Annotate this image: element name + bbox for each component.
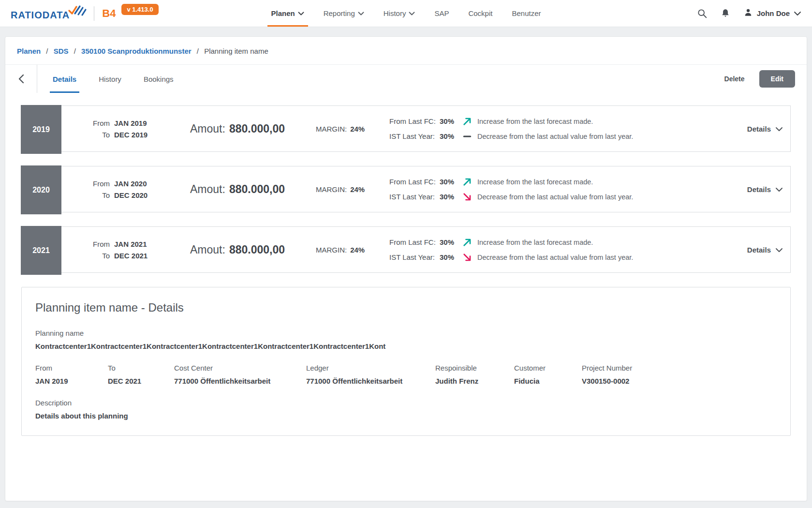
- header-divider: [94, 6, 94, 21]
- main-nav: Planen Reporting History SAP Cockpit Ben…: [271, 0, 541, 27]
- nav-item-cockpit[interactable]: Cockpit: [468, 0, 492, 27]
- amount: Amout:880.000,00: [190, 106, 300, 151]
- card-details-toggle[interactable]: Details: [747, 227, 783, 272]
- trend-up-icon: [462, 238, 472, 247]
- amount-value: 880.000,00: [229, 243, 285, 256]
- field-customer: Customer Fiducia: [514, 364, 582, 385]
- trend-up-icon: [462, 117, 472, 126]
- panel-title: Planning item name - Details: [35, 301, 777, 314]
- amount-value: 880.000,00: [229, 183, 285, 196]
- trend-up-icon: [462, 177, 472, 187]
- nav-item-sap[interactable]: SAP: [434, 0, 449, 27]
- breadcrumb: Planen / SDS / 350100 Scanproduktionmuns…: [5, 37, 807, 65]
- to-label: To: [87, 191, 110, 199]
- from-label: From: [87, 179, 110, 188]
- to-label: To: [87, 252, 110, 260]
- tabs: Details History Bookings: [53, 65, 174, 93]
- year-card-2020: 2020 FromJAN 2020 ToDEC 2020 Amout:880.0…: [21, 166, 791, 212]
- tab-bar: Details History Bookings Delete Edit: [5, 65, 807, 93]
- tab-bookings[interactable]: Bookings: [144, 65, 174, 93]
- trend-down-icon: [462, 192, 472, 202]
- nav-item-history[interactable]: History: [384, 0, 415, 27]
- header-right: John Doe: [697, 8, 801, 19]
- planning-name-label: Planning name: [35, 329, 777, 337]
- trend-stats: From Last FC: 30% Increase from the last…: [389, 227, 633, 272]
- year-card-2019: 2019 FromJAN 2019 ToDEC 2019 Amout:880.0…: [21, 105, 791, 152]
- card-details-toggle[interactable]: Details: [747, 106, 783, 151]
- field-to: To DEC 2021: [108, 364, 174, 385]
- version-badge: v 1.413.0: [121, 4, 158, 15]
- main-content: Planen / SDS / 350100 Scanproduktionmuns…: [5, 36, 807, 501]
- description-field: Description Details about this planning: [35, 399, 777, 420]
- nav-item-planen[interactable]: Planen: [271, 0, 304, 27]
- user-avatar-icon: [743, 8, 753, 19]
- year-badge: 2019: [21, 105, 61, 154]
- period-block: FromJAN 2020 ToDEC 2020: [87, 166, 170, 212]
- year-card-2021: 2021 FromJAN 2021 ToDEC 2021 Amout:880.0…: [21, 226, 791, 273]
- margin-value: 24%: [350, 246, 365, 254]
- logo-check-icon: [68, 2, 87, 18]
- from-label: From: [87, 240, 110, 248]
- description-label: Description: [35, 399, 777, 407]
- chevron-down-icon: [298, 9, 304, 17]
- forecast-stat: From Last FC: 30% Increase from the last…: [389, 238, 633, 247]
- forecast-stat: From Last FC: 30% Increase from the last…: [389, 177, 633, 187]
- field-ledger: Ledger 771000 Öffentlichkeitsarbeit: [306, 364, 435, 385]
- year-badge: 2020: [21, 165, 61, 214]
- to-label: To: [87, 131, 110, 139]
- fields-grid: From JAN 2019 To DEC 2021 Cost Center 77…: [35, 364, 777, 385]
- chevron-down-icon: [775, 125, 783, 133]
- delete-button[interactable]: Delete: [724, 75, 745, 83]
- logo[interactable]: RATIODATA: [11, 5, 89, 21]
- tab-history[interactable]: History: [99, 65, 121, 93]
- chevron-down-icon: [775, 246, 783, 254]
- trend-stats: From Last FC: 30% Increase from the last…: [389, 166, 633, 212]
- period-block: FromJAN 2021 ToDEC 2021: [87, 227, 170, 272]
- user-name: John Doe: [757, 9, 790, 17]
- chevron-down-icon: [794, 9, 801, 17]
- breadcrumb-link-scanproduktionmunster[interactable]: 350100 Scanproduktionmunster: [81, 47, 192, 55]
- planning-details-panel: Planning item name - Details Planning na…: [21, 287, 791, 436]
- margin: MARGIN:24%: [316, 166, 370, 212]
- tab-details[interactable]: Details: [53, 65, 76, 93]
- to-value: DEC 2019: [114, 131, 148, 139]
- planning-name-field: Planning name Kontractcenter1Kontractcen…: [35, 329, 777, 350]
- breadcrumb-link-sds[interactable]: SDS: [54, 47, 69, 55]
- user-menu[interactable]: John Doe: [743, 8, 801, 19]
- field-project-number: Project Number V300150-0002: [582, 364, 777, 385]
- to-value: DEC 2020: [114, 191, 148, 199]
- from-value: JAN 2020: [114, 179, 147, 188]
- app-code: B4: [102, 7, 116, 20]
- to-value: DEC 2021: [114, 252, 148, 260]
- trend-flat-icon: [462, 132, 472, 141]
- margin: MARGIN:24%: [316, 106, 370, 151]
- breadcrumb-separator: /: [74, 47, 76, 55]
- notifications-bell-icon[interactable]: [720, 8, 731, 19]
- year-badge: 2021: [21, 226, 61, 275]
- actual-stat: IST Last Year: 30% Decrease from the las…: [389, 132, 633, 141]
- chevron-down-icon: [775, 185, 783, 194]
- actual-stat: IST Last Year: 30% Decrease from the las…: [389, 253, 633, 262]
- margin-value: 24%: [350, 185, 365, 194]
- card-details-toggle[interactable]: Details: [747, 166, 783, 212]
- year-cards: 2019 FromJAN 2019 ToDEC 2019 Amout:880.0…: [5, 93, 807, 273]
- search-icon[interactable]: [697, 8, 708, 19]
- actual-stat: IST Last Year: 30% Decrease from the las…: [389, 192, 633, 202]
- trend-stats: From Last FC: 30% Increase from the last…: [389, 106, 633, 151]
- chevron-down-icon: [358, 9, 364, 17]
- period-block: FromJAN 2019 ToDEC 2019: [87, 106, 170, 151]
- back-button[interactable]: [5, 65, 37, 93]
- breadcrumb-separator: /: [46, 47, 48, 55]
- amount: Amout:880.000,00: [190, 166, 300, 212]
- nav-item-benutzer[interactable]: Benutzer: [512, 0, 541, 27]
- breadcrumb-link-planen[interactable]: Planen: [17, 47, 41, 55]
- planning-name-value: Kontractcenter1Kontractcenter1Kontractce…: [35, 342, 777, 350]
- field-responsible: Respoinsible Judith Frenz: [435, 364, 514, 385]
- breadcrumb-current: Planning item name: [204, 47, 268, 55]
- nav-item-reporting[interactable]: Reporting: [324, 0, 364, 27]
- from-value: JAN 2021: [114, 240, 147, 248]
- app-header: RATIODATA B4 v 1.413.0 Planen Reporting: [0, 0, 812, 27]
- amount-value: 880.000,00: [229, 122, 285, 135]
- edit-button[interactable]: Edit: [759, 70, 795, 88]
- field-cost-center: Cost Center 771000 Öffentlichkeitsarbeit: [174, 364, 306, 385]
